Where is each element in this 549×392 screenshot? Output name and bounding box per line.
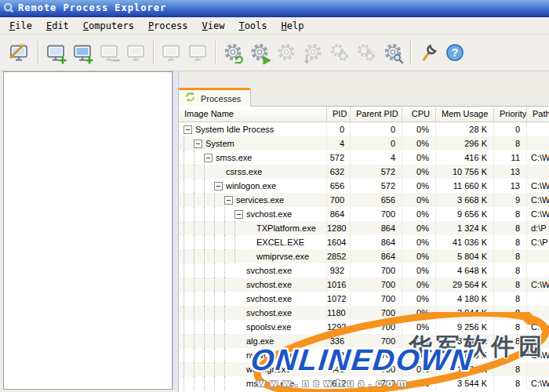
process-row[interactable]: svchost.exe11807000%3 944 K8 (179, 306, 549, 320)
column-header-name[interactable]: Image Name (179, 107, 327, 122)
process-name: System Idle Process (195, 122, 274, 136)
process-row[interactable]: System400%296 K8 (179, 136, 549, 151)
tree-guide (204, 278, 214, 292)
add-computer-button[interactable] (43, 38, 68, 67)
tree-guide (224, 320, 235, 334)
cell-mem: 28 K (436, 122, 494, 136)
collapse-toggle-icon[interactable] (224, 196, 233, 205)
collapse-toggle-icon[interactable] (194, 140, 202, 148)
process-row[interactable]: services.exe7006560%3 668 K9C:\W (179, 193, 549, 207)
cell-mem: 3 868 K (436, 348, 494, 362)
column-header-cpu[interactable]: CPU (402, 107, 436, 122)
column-header-mem[interactable]: Mem Usage (436, 107, 494, 122)
process-row[interactable]: wmiprvse.exe28528640%5 804 K8 (179, 249, 549, 263)
collapse-toggle-icon[interactable] (235, 210, 243, 219)
menu-help[interactable]: Help (274, 19, 311, 33)
kill-process-button (274, 38, 299, 67)
cell-ppid: 656 (351, 193, 402, 207)
app-icon (3, 2, 14, 13)
table-header: Image NamePIDParent PIDCPUMem UsagePrior… (179, 107, 549, 122)
tree-guide (184, 348, 194, 362)
process-name: wmiprvse.exe (256, 249, 309, 263)
process-row[interactable]: EXCEL.EXE16048640%41 036 K8C:\P (179, 235, 549, 249)
tree-guide (194, 249, 204, 263)
process-name: svchost.exe (246, 263, 292, 278)
tree-guide (194, 151, 204, 165)
refresh-processes-button[interactable] (220, 38, 245, 67)
collapse-toggle-icon[interactable] (184, 125, 192, 134)
cell-mem: 10 756 K (436, 165, 494, 179)
cell-ppid: 700 (351, 263, 402, 278)
process-row[interactable]: alg.exe3367000%3 244 K8 (179, 334, 549, 348)
process-row[interactable]: svchost.exe9327000%4 648 K8 (179, 263, 549, 278)
process-row[interactable]: TXPlatform.exe12808640%1 324 K8d:\P (179, 221, 549, 235)
process-row[interactable]: csrss.exe6325720%10 756 K13 (179, 165, 549, 179)
tree-guide (204, 235, 214, 249)
cell-ppid: 0 (351, 136, 402, 151)
menu-tools[interactable]: Tools (231, 19, 274, 33)
menu-view[interactable]: View (195, 19, 231, 33)
help-button[interactable]: ? (442, 38, 467, 67)
tab-processes[interactable]: Processes (178, 88, 251, 107)
collapse-toggle-icon[interactable] (204, 154, 213, 162)
menu-edit[interactable]: Edit (39, 19, 76, 33)
menu-file[interactable]: File (2, 19, 39, 33)
cell-ppid: 572 (351, 179, 402, 193)
cell-priority: 8 (494, 235, 527, 249)
cell-path: C:\W (527, 193, 549, 207)
cell-priority: 8 (494, 306, 527, 320)
process-row[interactable]: svchost.exe10727000%4 180 K8 (179, 292, 549, 306)
cell-cpu: 0% (402, 165, 436, 179)
cell-cpu: 0% (402, 136, 436, 151)
cell-ppid: 864 (351, 235, 402, 249)
collapse-toggle-icon[interactable] (214, 182, 223, 191)
toolbar-separator (153, 41, 154, 64)
column-header-ppid[interactable]: Parent PID (351, 107, 402, 122)
cell-priority: 8 (494, 221, 527, 235)
process-row[interactable]: System Idle Process000%28 K0 (179, 122, 549, 136)
process-row[interactable]: nvsvc32.exe4127000%3 868 K8C:\W (179, 348, 549, 362)
cell-cpu: 0% (402, 122, 436, 136)
process-row[interactable]: svchost.exe8647000%9 656 K8C:\W (179, 207, 549, 221)
cell-mem: 4 180 K (436, 292, 494, 306)
disconnect-computer-button (185, 38, 210, 67)
find-computers-button[interactable] (5, 38, 33, 67)
tree-guide (194, 376, 204, 390)
cell-pid: 700 (327, 193, 351, 207)
cell-cpu: 0% (402, 249, 436, 263)
cell-priority: 13 (494, 165, 527, 179)
run-process-button[interactable] (247, 38, 272, 67)
process-table-pane: Image NamePIDParent PIDCPUMem UsagePrior… (178, 106, 549, 392)
cell-pid: 1604 (327, 235, 351, 249)
process-row[interactable]: svchost.exe10167000%29 564 K8C:\W (179, 278, 549, 292)
cell-path (527, 165, 549, 179)
cell-priority: 8 (494, 320, 527, 334)
process-row[interactable]: smss.exe57240%416 K11C:\W (179, 151, 549, 165)
column-header-pid[interactable]: PID (327, 107, 351, 122)
cell-pid: 1180 (327, 306, 351, 320)
column-header-priority[interactable]: Priority (494, 107, 527, 122)
computers-panel[interactable] (3, 71, 173, 390)
cell-image-name: msiexec.exe (179, 376, 327, 390)
column-header-path[interactable]: Path (527, 107, 549, 122)
add-computer-from-network-button[interactable] (70, 38, 95, 67)
tree-guide (214, 249, 224, 263)
tree-guide (214, 221, 224, 235)
cell-path (527, 306, 549, 320)
process-row[interactable]: spoolsv.exe12927000%9 256 K8C:\W (179, 320, 549, 334)
tree-guide (194, 235, 204, 249)
cell-priority: 8 (494, 249, 527, 263)
menu-computers[interactable]: Computers (76, 19, 141, 33)
tree-guide (224, 362, 235, 376)
process-row[interactable]: msiexec.exe26927000%3 544 K8C:\W (179, 376, 549, 390)
cell-image-name: EXCEL.EXE (179, 235, 327, 249)
process-row[interactable]: wdfmgr.exe4487000%1 724 K8 (179, 362, 549, 376)
menu-process[interactable]: Process (141, 19, 195, 33)
find-process-button[interactable] (380, 38, 405, 67)
process-name: nvsvc32.exe (246, 348, 294, 362)
cell-pid: 448 (327, 362, 351, 376)
process-row[interactable]: winlogon.exe6565720%11 660 K13C:\W (179, 179, 549, 193)
options-button[interactable] (416, 38, 441, 67)
tree-guide (184, 334, 194, 348)
process-name: wdfmgr.exe (246, 362, 290, 376)
